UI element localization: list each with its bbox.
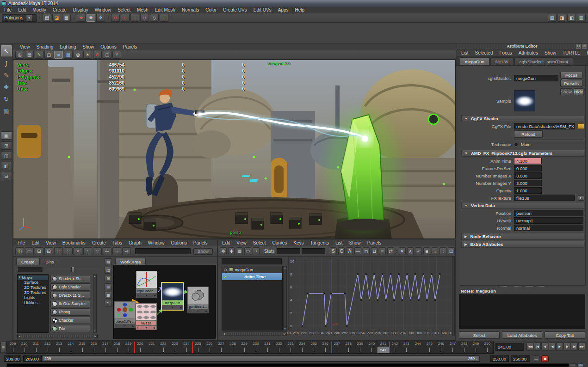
command-result-icon[interactable] — [570, 363, 576, 367]
attribute-tab-megagun[interactable]: megaGun — [460, 57, 489, 65]
lattice-deform-keys-tool-icon[interactable]: ▦ — [236, 247, 243, 255]
connection-out-icon[interactable]: ▸ — [578, 196, 584, 201]
section-header-vertex-data[interactable]: ▼ Vertex Data — [461, 202, 584, 209]
layout-single-icon[interactable]: ▭ — [25, 247, 34, 255]
tree-item-surface[interactable]: Surface — [18, 280, 48, 285]
new-scene-icon[interactable]: ▤ — [43, 14, 51, 22]
node-gunblast-footer[interactable]: ▷▼▶ — [187, 309, 209, 313]
hs-strip-btn-5[interactable]: ▦ — [105, 292, 112, 299]
tree-item-lights[interactable]: Lights — [18, 295, 48, 300]
create-node-checker[interactable]: Checker — [50, 317, 90, 324]
viewport-menu-shading[interactable]: Shading — [33, 43, 57, 50]
notes-textarea[interactable] — [459, 294, 585, 329]
menu-window[interactable]: Window — [92, 7, 115, 13]
outliner-vscrollbar[interactable]: ▲▼ — [283, 266, 287, 330]
hypershade-menu-panels[interactable]: Panels — [190, 240, 211, 246]
joint-xray-icon[interactable]: Y — [112, 51, 121, 59]
layout-four-pane-button[interactable]: ⊞ — [1, 141, 12, 150]
step-back-frame-button[interactable]: |◀ — [534, 343, 541, 351]
attribute-editor-menu-show[interactable]: Show — [541, 49, 559, 56]
create-node-directx-11-s[interactable]: DirectX 11 S... — [50, 292, 90, 299]
checker-mode-icon[interactable]: ◍ — [74, 51, 82, 59]
load-attributes-button[interactable]: Load Attributes — [502, 331, 543, 339]
break-tangents-icon[interactable]: ✕ — [399, 247, 406, 255]
scale-tool-icon[interactable]: ▧ — [1, 105, 12, 116]
menu-create[interactable]: Create — [50, 7, 70, 13]
range-bar[interactable]: 209 250 ▾ — [42, 355, 480, 362]
hypershade-menu-edit[interactable]: Edit — [28, 240, 43, 246]
xray-icon[interactable]: ▢ — [103, 51, 111, 59]
input-output-connections-icon[interactable]: ⇔ — [112, 247, 121, 255]
wireframe-mode-icon[interactable]: ▢ — [44, 51, 53, 59]
attribute-tab-file139[interactable]: file139 — [490, 57, 514, 65]
section-header-extra-attributes[interactable]: ▶Extra Attributes — [461, 241, 584, 248]
buffer-curve-snapshot-icon[interactable]: ≈ — [379, 247, 386, 255]
folder-icon[interactable] — [577, 123, 584, 129]
technique-radio[interactable] — [514, 142, 518, 147]
cgfx-file-field[interactable]: renderData\shaders\HSM_FX.cgfx — [514, 123, 575, 129]
attribute-editor-menu-help[interactable]: Help — [584, 49, 588, 56]
graph-editor-filter-field[interactable] — [222, 258, 282, 264]
select-button[interactable]: Select — [459, 331, 500, 339]
menu-edit-mesh[interactable]: Edit Mesh — [151, 7, 178, 13]
swap-buffer-curve-icon[interactable]: ⇄ — [387, 247, 394, 255]
lasso-tool-icon[interactable]: ʃ — [1, 57, 12, 68]
viewport-menu-lighting[interactable]: Lighting — [56, 43, 79, 50]
step-forward-key-button[interactable]: |▶ — [563, 343, 570, 351]
use-all-lights-icon[interactable]: ☀ — [83, 51, 92, 59]
no-character-set-icon[interactable]: — — [533, 355, 539, 362]
toggle-create-bar-icon[interactable]: ◫ — [15, 247, 24, 255]
collapse-minus-icon[interactable]: ⊖ — [223, 268, 227, 272]
hypershade-menu-bookmarks[interactable]: Bookmarks — [59, 240, 89, 246]
notes-splitter[interactable] — [498, 286, 546, 287]
template-channel-icon[interactable]: ▤ — [448, 247, 455, 255]
outliner-hscrollbar[interactable]: ◀▶ — [222, 331, 287, 336]
close-icon[interactable]: ✕ — [582, 44, 587, 49]
range-grip-icon[interactable]: ▾ — [476, 357, 477, 361]
viewport-canvas[interactable]: Verts:48675400Edges:93131000Polygons:452… — [13, 60, 456, 239]
current-time-field[interactable]: 241.00 — [495, 343, 524, 351]
graph-materials-icon[interactable]: ∵ — [93, 247, 102, 255]
graph-editor-menu-select[interactable]: Select — [250, 240, 269, 246]
open-scene-icon[interactable]: ◪ — [52, 14, 61, 22]
menu-edit-uvs[interactable]: Edit UVs — [250, 7, 275, 13]
section-header-node-behavior[interactable]: ▶Node Behavior — [461, 233, 584, 240]
region-tool-icon[interactable]: ▭ — [244, 247, 251, 255]
select-hierarchy-icon[interactable]: ❖ — [77, 14, 86, 22]
node-cgfxshader[interactable]: cgfxShade...▷▼▶ — [136, 271, 157, 298]
outliner-attr-row[interactable]: ✓ Anim Time — [222, 273, 282, 280]
graph-editor-menu-tangents[interactable]: Tangents — [307, 240, 332, 246]
insert-key-tool-icon[interactable]: ✚ — [228, 247, 235, 255]
create-node-phong[interactable]: Phong — [50, 308, 90, 316]
swatch-size-slider[interactable] — [48, 267, 100, 272]
graph-editor-menu-panels[interactable]: Panels — [364, 240, 385, 246]
output-connections-icon[interactable]: ⇒ — [122, 247, 131, 255]
textured-mode-icon[interactable]: ▩ — [64, 51, 73, 59]
tree-root-maya[interactable]: ▾Maya — [18, 275, 48, 280]
layout-single-pane-button[interactable]: ▣ — [1, 131, 12, 140]
hypershade-tab-bins[interactable]: Bins — [41, 258, 59, 265]
viewport-menu-options[interactable]: Options — [97, 43, 119, 50]
spline-tangents-icon[interactable]: S — [330, 247, 337, 255]
hypershade-menu-create[interactable]: Create — [89, 240, 109, 246]
outliner-node-label[interactable]: megaGun — [235, 268, 254, 272]
create-texture-nodes-icon[interactable]: ∷ — [64, 247, 73, 255]
attribute-editor-menu-selected[interactable]: Selected — [472, 49, 496, 56]
shaded-mode-icon[interactable]: ■ — [54, 51, 63, 59]
param-field-number-images-x[interactable]: 3.000 — [514, 172, 542, 179]
play-backwards-button[interactable]: ◀ — [549, 343, 556, 351]
section-header-cgfx-shader[interactable]: ▼ CgFX Shader — [461, 115, 584, 122]
animation-end-field[interactable]: 250.00 — [511, 355, 530, 362]
hide-button[interactable]: Hide — [574, 88, 584, 95]
viewport-menu-panels[interactable]: Panels — [120, 43, 141, 50]
value-snap-icon[interactable]: ↕ — [439, 247, 446, 255]
paint-select-tool-icon[interactable]: ✎ — [1, 69, 12, 80]
rearrange-graph-icon[interactable]: ∴ — [83, 247, 92, 255]
tree-item-3d-textures[interactable]: 3D Textures — [18, 290, 48, 295]
layout-persp-outliner-button[interactable]: ◧ — [1, 162, 12, 170]
param-field-anim-time[interactable]: 4.100 — [514, 158, 542, 164]
toggle-modeling-toolkit-icon[interactable]: ▧ — [548, 14, 557, 22]
group-separator[interactable] — [38, 14, 41, 22]
group-separator[interactable] — [72, 14, 75, 22]
hs-strip-btn-1[interactable]: ▤ — [105, 258, 112, 265]
